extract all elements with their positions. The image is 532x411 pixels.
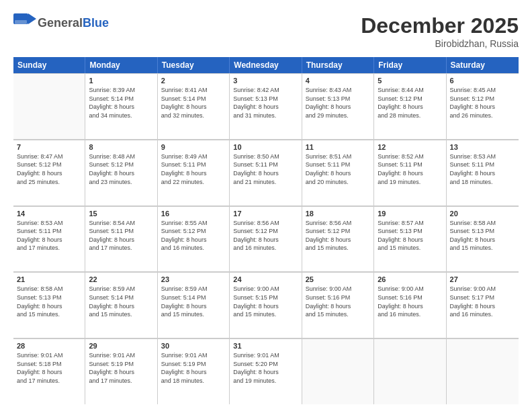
day-number: 6 [450,77,515,85]
daylight-minutes: and 28 minutes. [378,111,442,120]
daylight-text: Daylight: 8 hours [89,103,153,111]
sunrise-text: Sunrise: 9:01 AM [89,351,153,360]
cell-info: Sunrise: 8:51 AMSunset: 5:11 PMDaylight:… [306,152,370,186]
cell-info: Sunrise: 8:48 AMSunset: 5:12 PMDaylight:… [89,152,153,186]
sunrise-text: Sunrise: 8:56 AM [233,219,298,228]
calendar-cell: 13Sunrise: 8:53 AMSunset: 5:11 PMDayligh… [447,140,519,205]
calendar-row-1: 1Sunrise: 8:39 AMSunset: 5:14 PMDaylight… [13,73,519,140]
daylight-minutes: and 15 minutes. [306,244,370,253]
daylight-text: Daylight: 8 hours [161,302,226,311]
sunrise-text: Sunrise: 8:43 AM [306,86,370,95]
daylight-text: Daylight: 8 hours [89,302,153,311]
sunrise-text: Sunrise: 8:51 AM [306,152,370,161]
sunset-text: Sunset: 5:12 PM [450,95,515,103]
calendar-cell: 28Sunrise: 9:01 AMSunset: 5:18 PMDayligh… [13,338,85,404]
calendar-cell: 31Sunrise: 9:01 AMSunset: 5:20 PMDayligh… [230,338,302,404]
day-number: 7 [17,143,81,151]
logo-blue: Blue [83,16,109,30]
daylight-minutes: and 17 minutes. [89,244,153,253]
calendar-cell: 12Sunrise: 8:52 AMSunset: 5:11 PMDayligh… [374,140,446,205]
calendar-cell [447,338,519,404]
calendar-cell: 17Sunrise: 8:56 AMSunset: 5:12 PMDayligh… [230,206,302,272]
calendar-cell: 10Sunrise: 8:50 AMSunset: 5:11 PMDayligh… [230,140,302,205]
sunset-text: Sunset: 5:12 PM [378,95,442,103]
sunset-text: Sunset: 5:14 PM [161,293,226,302]
sunset-text: Sunset: 5:13 PM [450,227,515,236]
calendar-cell: 16Sunrise: 8:55 AMSunset: 5:12 PMDayligh… [158,206,230,272]
calendar-cell: 30Sunrise: 9:01 AMSunset: 5:19 PMDayligh… [158,338,230,404]
day-number: 18 [306,210,370,218]
calendar-cell: 19Sunrise: 8:57 AMSunset: 5:13 PMDayligh… [374,206,446,272]
sunset-text: Sunset: 5:11 PM [233,161,298,169]
calendar-cell: 25Sunrise: 9:00 AMSunset: 5:16 PMDayligh… [302,272,374,338]
daylight-text: Daylight: 8 hours [233,169,298,178]
header: GeneralBlue December 2025 Birobidzhan, R… [13,13,519,49]
calendar-cell: 9Sunrise: 8:49 AMSunset: 5:11 PMDaylight… [158,140,230,205]
daylight-text: Daylight: 8 hours [450,103,515,111]
daylight-text: Daylight: 8 hours [233,368,298,377]
cell-info: Sunrise: 9:00 AMSunset: 5:16 PMDaylight:… [378,285,442,318]
daylight-text: Daylight: 8 hours [89,368,153,377]
cell-info: Sunrise: 9:01 AMSunset: 5:19 PMDaylight:… [161,351,226,385]
svg-rect-2 [15,20,27,24]
weekday-header-wednesday: Wednesday [230,57,302,73]
cell-info: Sunrise: 8:55 AMSunset: 5:12 PMDaylight:… [161,219,226,253]
daylight-minutes: and 17 minutes. [89,377,153,385]
day-number: 16 [161,210,226,218]
daylight-text: Daylight: 8 hours [378,302,442,311]
sunrise-text: Sunrise: 8:59 AM [161,285,226,293]
daylight-text: Daylight: 8 hours [89,236,153,244]
title-area: December 2025 Birobidzhan, Russia [361,13,519,49]
weekday-header-friday: Friday [374,57,446,73]
cell-info: Sunrise: 9:00 AMSunset: 5:16 PMDaylight:… [306,285,370,318]
day-number: 2 [161,77,226,85]
daylight-minutes: and 16 minutes. [450,310,515,319]
day-number: 1 [89,77,153,85]
sunset-text: Sunset: 5:12 PM [17,161,81,169]
daylight-minutes: and 21 minutes. [233,178,298,187]
daylight-minutes: and 16 minutes. [378,310,442,319]
day-number: 23 [161,275,226,283]
sunrise-text: Sunrise: 8:49 AM [161,152,226,161]
daylight-minutes: and 15 minutes. [89,310,153,319]
calendar-cell: 8Sunrise: 8:48 AMSunset: 5:12 PMDaylight… [85,140,157,205]
day-number: 28 [17,342,81,350]
svg-marker-1 [28,13,36,24]
sunset-text: Sunset: 5:13 PM [306,95,370,103]
calendar-cell: 14Sunrise: 8:53 AMSunset: 5:11 PMDayligh… [13,206,85,272]
sunset-text: Sunset: 5:11 PM [450,161,515,169]
sunset-text: Sunset: 5:11 PM [306,161,370,169]
day-number: 12 [378,143,442,151]
daylight-minutes: and 15 minutes. [450,244,515,253]
calendar-cell: 26Sunrise: 9:00 AMSunset: 5:16 PMDayligh… [374,272,446,338]
sunrise-text: Sunrise: 8:53 AM [450,152,515,161]
day-number: 9 [161,143,226,151]
daylight-minutes: and 25 minutes. [17,178,81,187]
daylight-minutes: and 15 minutes. [306,310,370,319]
weekday-header-thursday: Thursday [302,57,374,73]
calendar-cell: 29Sunrise: 9:01 AMSunset: 5:19 PMDayligh… [85,338,157,404]
calendar-cell: 21Sunrise: 8:58 AMSunset: 5:13 PMDayligh… [13,272,85,338]
weekday-header-monday: Monday [85,57,157,73]
sunset-text: Sunset: 5:14 PM [89,95,153,103]
cell-info: Sunrise: 8:56 AMSunset: 5:12 PMDaylight:… [306,219,370,253]
daylight-text: Daylight: 8 hours [378,236,442,244]
cell-info: Sunrise: 9:01 AMSunset: 5:18 PMDaylight:… [17,351,81,385]
day-number: 19 [378,210,442,218]
sunrise-text: Sunrise: 8:42 AM [233,86,298,95]
sunrise-text: Sunrise: 8:52 AM [378,152,442,161]
sunset-text: Sunset: 5:14 PM [161,95,226,103]
daylight-text: Daylight: 8 hours [17,169,81,178]
cell-info: Sunrise: 8:41 AMSunset: 5:14 PMDaylight:… [161,86,226,120]
sunset-text: Sunset: 5:15 PM [233,293,298,302]
calendar-cell [374,338,446,404]
calendar-cell: 27Sunrise: 9:00 AMSunset: 5:17 PMDayligh… [447,272,519,338]
sunrise-text: Sunrise: 8:50 AM [233,152,298,161]
calendar-row-2: 7Sunrise: 8:47 AMSunset: 5:12 PMDaylight… [13,140,519,206]
cell-info: Sunrise: 8:53 AMSunset: 5:11 PMDaylight:… [17,219,81,253]
daylight-minutes: and 15 minutes. [233,310,298,319]
sunrise-text: Sunrise: 8:58 AM [17,285,81,293]
calendar-cell: 7Sunrise: 8:47 AMSunset: 5:12 PMDaylight… [13,140,85,205]
daylight-text: Daylight: 8 hours [306,169,370,178]
cell-info: Sunrise: 8:59 AMSunset: 5:14 PMDaylight:… [161,285,226,318]
